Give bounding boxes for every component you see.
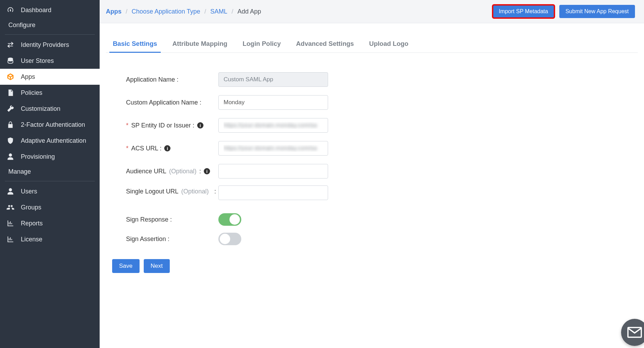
- contact-fab[interactable]: [621, 319, 644, 346]
- user-icon: [6, 153, 15, 160]
- sidebar-item-customization[interactable]: Customization: [0, 101, 100, 117]
- label-suffix: :: [199, 168, 201, 175]
- exchange-icon: [6, 41, 15, 49]
- sidebar-item-adaptive-auth[interactable]: Adaptive Authentication: [0, 133, 100, 149]
- breadcrumb-sep: /: [204, 8, 206, 15]
- sidebar-section-manage: Manage: [0, 165, 100, 180]
- audience-url-input[interactable]: [218, 164, 328, 179]
- box-icon: [6, 73, 15, 81]
- optional-text: (Optional): [169, 168, 196, 175]
- import-sp-metadata-button[interactable]: Import SP Metadata: [493, 5, 554, 18]
- custom-name-input[interactable]: [218, 95, 328, 110]
- label-text: Single Logout URL: [126, 185, 178, 197]
- optional-text: (Optional): [181, 185, 209, 197]
- topbar: Apps / Choose Application Type / SAML / …: [100, 0, 644, 23]
- info-icon[interactable]: i: [197, 122, 203, 129]
- label-audience-url: Audience URL (Optional) : i: [126, 168, 218, 175]
- label-text: Audience URL: [126, 168, 166, 175]
- tab-basic-settings[interactable]: Basic Settings: [112, 38, 158, 52]
- label-text: Application Name :: [126, 76, 178, 83]
- row-audience-url: Audience URL (Optional) : i: [126, 160, 638, 183]
- label-app-name: Application Name :: [126, 76, 218, 83]
- sidebar-item-label: Provisioning: [21, 153, 55, 160]
- sp-entity-input[interactable]: [218, 118, 328, 133]
- sidebar-item-2fa[interactable]: 2-Factor Authentication: [0, 117, 100, 133]
- breadcrumb-apps[interactable]: Apps: [106, 8, 122, 15]
- label-acs-url: *ACS URL : i: [126, 145, 218, 152]
- label-sign-assertion: Sign Assertion :: [126, 235, 218, 243]
- label-sp-entity: *SP Entity ID or Issuer : i: [126, 122, 218, 129]
- breadcrumb-add-app: Add App: [237, 8, 261, 15]
- sidebar-item-reports[interactable]: Reports: [0, 215, 100, 231]
- submit-new-app-request-button[interactable]: Submit New App Request: [559, 5, 635, 18]
- tab-attribute-mapping[interactable]: Attribute Mapping: [172, 38, 228, 52]
- sidebar-item-policies[interactable]: Policies: [0, 85, 100, 101]
- sidebar-item-identity-providers[interactable]: Identity Providers: [0, 37, 100, 53]
- save-button[interactable]: Save: [112, 259, 140, 273]
- info-icon[interactable]: i: [204, 168, 210, 174]
- tab-upload-logo[interactable]: Upload Logo: [368, 38, 409, 52]
- sidebar-item-label: Dashboard: [21, 7, 51, 14]
- slo-url-input[interactable]: [218, 185, 328, 200]
- label-text: ACS URL :: [131, 145, 161, 152]
- row-slo-url: Single Logout URL (Optional) :: [126, 183, 638, 210]
- sidebar-item-groups[interactable]: Groups: [0, 199, 100, 215]
- row-custom-name: Custom Application Name :: [126, 91, 638, 114]
- users-icon: [6, 204, 15, 211]
- next-button[interactable]: Next: [144, 259, 170, 273]
- content: Basic Settings Attribute Mapping Login P…: [100, 23, 644, 283]
- dashboard-icon: [6, 6, 15, 14]
- user-icon: [6, 188, 15, 195]
- acs-url-input[interactable]: [218, 141, 328, 156]
- sign-response-toggle[interactable]: [218, 213, 241, 226]
- lock-icon: [6, 121, 15, 129]
- required-asterisk: *: [126, 122, 128, 129]
- required-asterisk: *: [126, 145, 128, 152]
- sidebar-hr: [5, 181, 95, 181]
- label-sign-response: Sign Response :: [126, 216, 218, 223]
- sidebar-item-label: Policies: [21, 89, 42, 97]
- breadcrumb-saml[interactable]: SAML: [210, 8, 227, 15]
- breadcrumb-choose[interactable]: Choose Application Type: [132, 8, 200, 15]
- toggle-knob: [229, 214, 240, 225]
- sidebar-item-label: Identity Providers: [21, 41, 69, 49]
- wrench-icon: [6, 105, 15, 113]
- sidebar-item-label: Groups: [21, 204, 41, 211]
- sidebar-item-label: License: [21, 236, 42, 243]
- label-text: Custom Application Name :: [126, 99, 201, 106]
- sidebar-item-label: Reports: [21, 220, 43, 227]
- mail-icon: [627, 326, 642, 339]
- tab-login-policy[interactable]: Login Policy: [242, 38, 282, 52]
- label-text: Sign Response :: [126, 216, 172, 223]
- row-sign-assertion: Sign Assertion :: [126, 229, 638, 249]
- form-buttons: Save Next: [106, 259, 638, 273]
- breadcrumb-sep: /: [126, 8, 127, 15]
- sidebar-item-label: Users: [21, 188, 37, 195]
- sidebar-item-license[interactable]: License: [0, 231, 100, 247]
- shield-icon: [6, 137, 15, 144]
- sidebar-item-label: User Stores: [21, 57, 54, 65]
- row-app-name: Application Name :: [126, 68, 638, 91]
- sidebar-item-users[interactable]: Users: [0, 183, 100, 199]
- sidebar-item-provisioning[interactable]: Provisioning: [0, 149, 100, 165]
- label-text: SP Entity ID or Issuer :: [131, 122, 194, 129]
- main: Apps / Choose Application Type / SAML / …: [100, 0, 644, 348]
- sidebar-item-user-stores[interactable]: User Stores: [0, 53, 100, 69]
- app-name-input: [218, 72, 328, 87]
- sidebar-item-label: Apps: [21, 73, 35, 81]
- sign-assertion-toggle[interactable]: [218, 233, 241, 245]
- form: Application Name : Custom Application Na…: [106, 68, 638, 249]
- sidebar-hr: [5, 34, 95, 35]
- breadcrumb-sep: /: [232, 8, 233, 15]
- tab-advanced-settings[interactable]: Advanced Settings: [295, 38, 355, 52]
- info-icon[interactable]: i: [164, 145, 170, 151]
- database-icon: [6, 57, 15, 65]
- label-suffix: :: [214, 185, 216, 197]
- sidebar-item-label: Adaptive Authentication: [21, 137, 86, 144]
- row-sp-entity: *SP Entity ID or Issuer : i: [126, 114, 638, 137]
- top-actions: Import SP Metadata Submit New App Reques…: [493, 5, 635, 18]
- sidebar-item-dashboard[interactable]: Dashboard: [0, 2, 100, 18]
- sidebar-item-apps[interactable]: Apps: [0, 69, 100, 85]
- breadcrumb: Apps / Choose Application Type / SAML / …: [106, 8, 261, 15]
- document-icon: [6, 89, 15, 97]
